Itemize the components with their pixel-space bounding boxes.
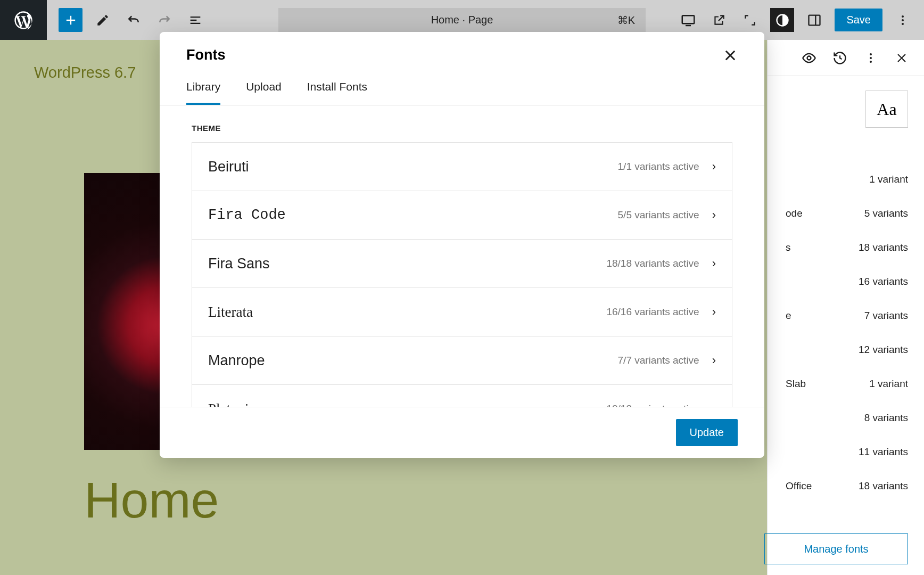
page-title: Home [84,471,219,529]
font-row[interactable]: Platypi12/12 variants active› [192,385,732,407]
section-label: THEME [192,124,732,133]
sidebar-font-item[interactable]: Slab1 variant [775,367,924,401]
font-list: Beiruti1/1 variants active›Fira Code5/5 … [192,142,732,407]
document-title-bar[interactable]: Home · Page ⌘K [278,8,646,32]
sidebar-font-name: e [786,310,791,322]
font-name: Manrope [208,352,265,369]
sidebar-font-variant-count: 18 variants [859,242,908,253]
sidebar-font-item[interactable]: 8 variants [775,401,924,435]
settings-panel-button[interactable] [804,10,825,31]
sidebar-font-item[interactable]: e7 variants [775,299,924,333]
font-row[interactable]: Fira Code5/5 variants active› [192,191,732,240]
svg-point-10 [870,61,872,63]
font-row-meta: 18/18 variants active› [606,257,716,270]
contrast-icon [775,13,790,28]
font-row-meta: 16/16 variants active› [606,305,716,319]
edit-button[interactable] [92,10,113,31]
sidebar-font-item[interactable]: s18 variants [775,231,924,265]
options-button[interactable] [892,10,913,31]
sidebar-font-item[interactable]: 12 variants [775,333,924,367]
kebab-icon [901,14,904,27]
sidebar-font-variant-count: 5 variants [864,208,908,219]
revisions-button[interactable] [829,47,851,69]
panel-icon [807,13,822,28]
tab-library[interactable]: Library [186,80,220,105]
sidebar-font-item[interactable]: 1 variant [775,162,924,196]
eye-icon [802,51,816,65]
sidebar-font-variant-count: 11 variants [859,446,908,458]
update-button[interactable]: Update [676,419,738,446]
document-title: Home · Page [431,14,493,26]
font-status: 1/1 variants active [618,161,699,172]
open-external-button[interactable] [708,10,730,31]
manage-fonts-button[interactable]: Manage fonts [764,533,908,564]
external-link-icon [712,13,726,27]
svg-rect-0 [682,15,695,23]
fonts-modal: Fonts LibraryUploadInstall Fonts THEME B… [160,32,764,458]
preview-button[interactable] [798,47,820,69]
desktop-icon [680,12,696,28]
sidebar-font-item[interactable]: 11 variants [775,435,924,469]
font-status: 18/18 variants active [606,258,699,269]
svg-point-8 [870,53,872,55]
styles-button[interactable] [770,8,794,32]
font-row[interactable]: Fira Sans18/18 variants active› [192,240,732,288]
font-row-meta: 5/5 variants active› [618,208,716,222]
toolbar-right: Save [678,8,913,32]
document-overview-button[interactable] [185,10,206,31]
tab-install-fonts[interactable]: Install Fonts [307,80,367,105]
sidebar-options-button[interactable] [860,47,881,69]
sidebar-font-variant-count: 8 variants [864,412,908,424]
sidebar-font-item[interactable]: 16 variants [775,265,924,299]
chevron-right-icon: › [712,257,716,270]
close-modal-button[interactable] [723,48,738,63]
sidebar-header [768,40,924,76]
sidebar-font-item[interactable]: Office18 variants [775,469,924,503]
redo-icon [156,12,172,28]
sidebar-font-list: 1 variantode5 variantss18 variants16 var… [775,162,924,503]
wordpress-logo[interactable] [0,0,47,40]
font-row[interactable]: Literata16/16 variants active› [192,288,732,336]
font-row-meta: 1/1 variants active› [618,160,716,174]
chevron-right-icon: › [712,354,716,367]
list-icon [188,13,203,28]
modal-title: Fonts [186,47,226,63]
font-row-meta: 7/7 variants active› [618,354,716,367]
typography-button[interactable]: Aa [865,91,908,128]
svg-point-9 [870,57,872,59]
close-icon [723,48,738,63]
chevron-right-icon: › [712,208,716,222]
close-icon [895,52,908,64]
svg-rect-2 [809,15,820,25]
sidebar-font-name: ode [786,208,803,219]
sidebar-font-variant-count: 1 variant [869,378,908,390]
close-sidebar-button[interactable] [891,47,912,69]
command-shortcut: ⌘K [617,14,635,27]
history-icon [832,51,847,65]
sidebar-font-item[interactable]: ode5 variants [775,196,924,231]
undo-button[interactable] [123,10,144,31]
font-name: Beiruti [208,159,249,175]
plus-icon [63,13,78,28]
tab-upload[interactable]: Upload [246,80,282,105]
add-block-button[interactable] [59,8,82,32]
redo-button[interactable] [154,10,175,31]
modal-footer: Update [160,407,764,458]
modal-tabs: LibraryUploadInstall Fonts [160,63,764,105]
wordpress-icon [13,10,34,31]
sidebar-font-variant-count: 18 variants [859,480,908,492]
sidebar-font-variant-count: 12 variants [859,344,908,356]
font-row[interactable]: Beiruti1/1 variants active› [192,143,732,191]
chevron-right-icon: › [712,160,716,174]
fullscreen-button[interactable] [739,10,761,31]
font-name: Fira Sans [208,256,270,272]
save-button[interactable]: Save [835,9,882,31]
sidebar-font-name: Slab [786,378,806,390]
font-status: 16/16 variants active [606,306,699,318]
font-row[interactable]: Manrope7/7 variants active› [192,336,732,385]
styles-sidebar: Aa 1 variantode5 variantss18 variants16 … [767,40,924,575]
fullscreen-icon [743,13,757,27]
font-name: Platypi [208,401,249,407]
svg-point-7 [807,56,811,60]
view-button[interactable] [678,10,699,31]
